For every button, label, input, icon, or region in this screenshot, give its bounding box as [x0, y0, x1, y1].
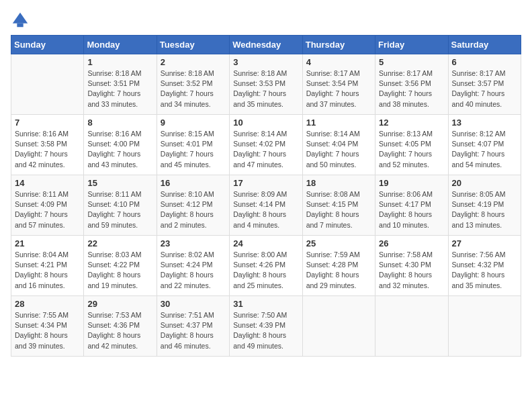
- calendar-table: SundayMondayTuesdayWednesdayThursdayFrid…: [11, 35, 521, 357]
- day-detail: Sunrise: 7:55 AMSunset: 4:34 PMDaylight:…: [15, 310, 80, 351]
- day-number: 21: [15, 238, 80, 248]
- day-cell: 19Sunrise: 8:06 AMSunset: 4:17 PMDayligh…: [375, 175, 448, 236]
- day-cell: 14Sunrise: 8:11 AMSunset: 4:09 PMDayligh…: [11, 175, 84, 236]
- day-header-tuesday: Tuesday: [157, 36, 229, 54]
- day-detail: Sunrise: 8:12 AMSunset: 4:07 PMDaylight:…: [452, 129, 517, 170]
- days-header-row: SundayMondayTuesdayWednesdayThursdayFrid…: [11, 36, 521, 54]
- day-cell: 3Sunrise: 8:18 AMSunset: 3:53 PMDaylight…: [230, 54, 302, 115]
- day-number: 18: [306, 178, 371, 188]
- day-detail: Sunrise: 8:11 AMSunset: 4:10 PMDaylight:…: [87, 189, 152, 230]
- day-detail: Sunrise: 8:02 AMSunset: 4:24 PMDaylight:…: [161, 250, 226, 291]
- day-header-wednesday: Wednesday: [230, 36, 302, 54]
- day-detail: Sunrise: 8:08 AMSunset: 4:15 PMDaylight:…: [306, 189, 371, 230]
- day-detail: Sunrise: 8:11 AMSunset: 4:09 PMDaylight:…: [15, 189, 80, 230]
- day-cell: 20Sunrise: 8:05 AMSunset: 4:19 PMDayligh…: [448, 175, 521, 236]
- day-detail: Sunrise: 8:10 AMSunset: 4:12 PMDaylight:…: [161, 189, 226, 230]
- day-number: 30: [161, 299, 226, 309]
- day-detail: Sunrise: 7:51 AMSunset: 4:37 PMDaylight:…: [161, 310, 226, 351]
- day-number: 31: [233, 299, 298, 309]
- day-number: 1: [87, 57, 152, 67]
- day-number: 16: [161, 178, 226, 188]
- day-number: 3: [233, 57, 298, 67]
- day-number: 28: [15, 299, 80, 309]
- day-detail: Sunrise: 8:03 AMSunset: 4:22 PMDaylight:…: [87, 250, 152, 291]
- day-cell: 22Sunrise: 8:03 AMSunset: 4:22 PMDayligh…: [84, 236, 157, 296]
- day-cell: [375, 296, 448, 357]
- day-header-saturday: Saturday: [448, 36, 521, 54]
- day-number: 6: [452, 57, 517, 67]
- day-cell: 23Sunrise: 8:02 AMSunset: 4:24 PMDayligh…: [157, 236, 229, 296]
- day-number: 4: [306, 57, 371, 67]
- day-number: 9: [161, 118, 226, 128]
- day-header-sunday: Sunday: [11, 36, 84, 54]
- day-detail: Sunrise: 8:15 AMSunset: 4:01 PMDaylight:…: [161, 129, 226, 170]
- day-cell: 29Sunrise: 7:53 AMSunset: 4:36 PMDayligh…: [84, 296, 157, 357]
- day-number: 23: [161, 238, 226, 248]
- day-detail: Sunrise: 8:05 AMSunset: 4:19 PMDaylight:…: [452, 189, 517, 230]
- day-number: 7: [15, 118, 80, 128]
- day-detail: Sunrise: 8:18 AMSunset: 3:52 PMDaylight:…: [161, 68, 226, 109]
- week-row-4: 21Sunrise: 8:04 AMSunset: 4:21 PMDayligh…: [11, 236, 521, 296]
- week-row-1: 1Sunrise: 8:18 AMSunset: 3:51 PMDaylight…: [11, 54, 521, 115]
- header: [11, 11, 521, 30]
- day-header-friday: Friday: [375, 36, 448, 54]
- day-header-thursday: Thursday: [302, 36, 375, 54]
- day-detail: Sunrise: 7:53 AMSunset: 4:36 PMDaylight:…: [87, 310, 152, 351]
- day-number: 24: [233, 238, 298, 248]
- day-cell: 15Sunrise: 8:11 AMSunset: 4:10 PMDayligh…: [84, 175, 157, 236]
- day-cell: 24Sunrise: 8:00 AMSunset: 4:26 PMDayligh…: [230, 236, 302, 296]
- week-row-3: 14Sunrise: 8:11 AMSunset: 4:09 PMDayligh…: [11, 175, 521, 236]
- day-cell: [11, 54, 84, 115]
- day-number: 29: [87, 299, 152, 309]
- day-number: 13: [452, 118, 517, 128]
- day-number: 15: [87, 178, 152, 188]
- day-cell: 21Sunrise: 8:04 AMSunset: 4:21 PMDayligh…: [11, 236, 84, 296]
- day-cell: [448, 296, 521, 357]
- day-cell: 30Sunrise: 7:51 AMSunset: 4:37 PMDayligh…: [157, 296, 229, 357]
- day-number: 17: [233, 178, 298, 188]
- day-detail: Sunrise: 8:06 AMSunset: 4:17 PMDaylight:…: [379, 189, 444, 230]
- day-cell: 18Sunrise: 8:08 AMSunset: 4:15 PMDayligh…: [302, 175, 375, 236]
- day-detail: Sunrise: 8:13 AMSunset: 4:05 PMDaylight:…: [379, 129, 444, 170]
- day-detail: Sunrise: 8:17 AMSunset: 3:57 PMDaylight:…: [452, 68, 517, 109]
- day-number: 27: [452, 238, 517, 248]
- day-detail: Sunrise: 8:04 AMSunset: 4:21 PMDaylight:…: [15, 250, 80, 291]
- svg-rect-1: [17, 24, 23, 28]
- day-cell: 8Sunrise: 8:16 AMSunset: 4:00 PMDaylight…: [84, 115, 157, 175]
- day-cell: 12Sunrise: 8:13 AMSunset: 4:05 PMDayligh…: [375, 115, 448, 175]
- day-detail: Sunrise: 8:14 AMSunset: 4:02 PMDaylight:…: [233, 129, 298, 170]
- day-cell: 9Sunrise: 8:15 AMSunset: 4:01 PMDaylight…: [157, 115, 229, 175]
- day-detail: Sunrise: 8:00 AMSunset: 4:26 PMDaylight:…: [233, 250, 298, 291]
- day-cell: 1Sunrise: 8:18 AMSunset: 3:51 PMDaylight…: [84, 54, 157, 115]
- logo-icon: [11, 11, 30, 30]
- logo: [11, 11, 32, 30]
- day-number: 25: [306, 238, 371, 248]
- day-detail: Sunrise: 7:58 AMSunset: 4:30 PMDaylight:…: [379, 250, 444, 291]
- day-number: 12: [379, 118, 444, 128]
- day-cell: 31Sunrise: 7:50 AMSunset: 4:39 PMDayligh…: [230, 296, 302, 357]
- day-detail: Sunrise: 7:50 AMSunset: 4:39 PMDaylight:…: [233, 310, 298, 351]
- day-detail: Sunrise: 8:14 AMSunset: 4:04 PMDaylight:…: [306, 129, 371, 170]
- day-cell: 25Sunrise: 7:59 AMSunset: 4:28 PMDayligh…: [302, 236, 375, 296]
- day-cell: 28Sunrise: 7:55 AMSunset: 4:34 PMDayligh…: [11, 296, 84, 357]
- day-cell: [302, 296, 375, 357]
- day-cell: 27Sunrise: 7:56 AMSunset: 4:32 PMDayligh…: [448, 236, 521, 296]
- day-number: 26: [379, 238, 444, 248]
- day-detail: Sunrise: 8:18 AMSunset: 3:53 PMDaylight:…: [233, 68, 298, 109]
- week-row-2: 7Sunrise: 8:16 AMSunset: 3:58 PMDaylight…: [11, 115, 521, 175]
- day-number: 19: [379, 178, 444, 188]
- day-detail: Sunrise: 7:56 AMSunset: 4:32 PMDaylight:…: [452, 250, 517, 291]
- day-cell: 13Sunrise: 8:12 AMSunset: 4:07 PMDayligh…: [448, 115, 521, 175]
- day-number: 20: [452, 178, 517, 188]
- day-detail: Sunrise: 8:17 AMSunset: 3:56 PMDaylight:…: [379, 68, 444, 109]
- day-number: 10: [233, 118, 298, 128]
- day-detail: Sunrise: 7:59 AMSunset: 4:28 PMDaylight:…: [306, 250, 371, 291]
- day-number: 22: [87, 238, 152, 248]
- day-number: 8: [87, 118, 152, 128]
- day-cell: 5Sunrise: 8:17 AMSunset: 3:56 PMDaylight…: [375, 54, 448, 115]
- day-number: 11: [306, 118, 371, 128]
- day-cell: 2Sunrise: 8:18 AMSunset: 3:52 PMDaylight…: [157, 54, 229, 115]
- day-number: 2: [161, 57, 226, 67]
- day-cell: 16Sunrise: 8:10 AMSunset: 4:12 PMDayligh…: [157, 175, 229, 236]
- day-number: 5: [379, 57, 444, 67]
